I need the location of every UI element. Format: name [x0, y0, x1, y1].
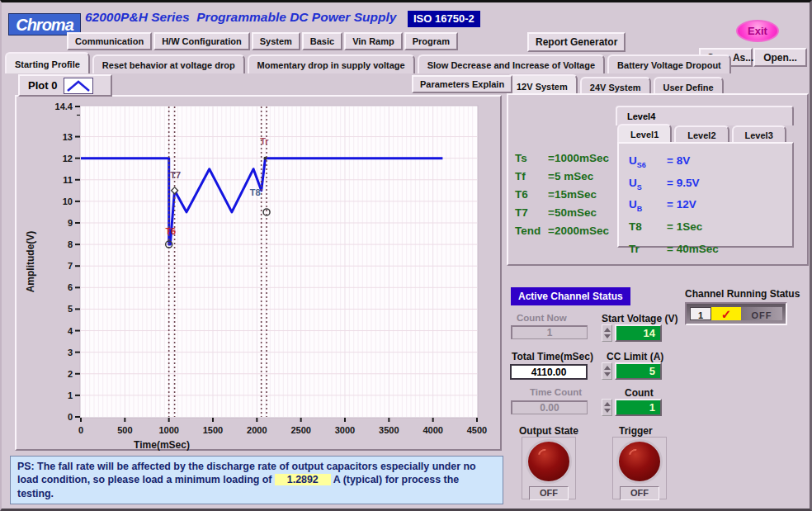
trigger-value: OFF [620, 486, 659, 500]
waveform-chart: 01234567891011121314.4050010001500200025… [15, 95, 502, 451]
svg-text:11: 11 [63, 175, 73, 185]
cc-limit-control: 5 [602, 362, 662, 380]
menu-bar: Communication H/W Configuration System B… [67, 32, 458, 50]
level-value-ub: UB= 12V [629, 196, 792, 218]
level-values-box: US6= 8V US= 9.5V UB= 12V T8= 1Sec Tr= 40… [617, 142, 794, 248]
trigger-knob[interactable] [616, 439, 663, 484]
plot-legend-icon[interactable] [64, 78, 93, 94]
svg-text:0: 0 [78, 425, 83, 435]
svg-text:12: 12 [63, 154, 73, 163]
menu-program-button[interactable]: Program [404, 32, 458, 50]
level-value-tr: Tr= 40mSec [629, 240, 792, 263]
trigger-panel: OFF [612, 437, 667, 499]
ps-note: PS: The fall rate will be affected by th… [10, 456, 503, 504]
cc-limit-stepper[interactable] [602, 362, 612, 380]
time-count-field: 0.00 [511, 400, 588, 414]
open-button[interactable]: Open... [753, 48, 807, 67]
svg-text:5: 5 [68, 304, 73, 314]
test-profile-tabs: Starting Profile Reset behavior at volta… [5, 52, 731, 73]
exit-button[interactable]: Exit [736, 20, 779, 42]
count-now-field: 1 [511, 325, 588, 339]
count-field[interactable]: 1 [615, 399, 662, 416]
start-voltage-control: 14 [602, 324, 662, 342]
running-state-value: OFF [741, 307, 782, 320]
level-value-t8: T8= 1Sec [629, 218, 792, 240]
svg-text:10: 10 [63, 196, 73, 206]
count-label: Count [625, 387, 654, 399]
svg-text:2500: 2500 [290, 425, 310, 435]
svg-text:4: 4 [68, 326, 73, 336]
count-control: 1 [602, 399, 662, 416]
svg-text:1: 1 [68, 390, 73, 400]
svg-text:T6: T6 [165, 226, 176, 236]
svg-text:4000: 4000 [423, 425, 442, 435]
svg-text:0: 0 [68, 412, 73, 422]
channel-number: 1 [690, 307, 711, 320]
timing-tf: Tf=5 mSec [515, 168, 609, 186]
output-state-value: OFF [529, 486, 569, 500]
tab-level4[interactable]: Level4 [616, 106, 794, 125]
level-value-us: US= 9.5V [629, 174, 792, 196]
count-now-label: Count Now [517, 313, 567, 323]
count-stepper[interactable] [602, 399, 612, 416]
start-voltage-field[interactable]: 14 [615, 324, 662, 342]
report-generator-button[interactable]: Report Generator [527, 32, 626, 52]
plot-selector[interactable]: Plot 0 [18, 74, 112, 97]
channel-running-status-control[interactable]: 1 ✓ OFF [685, 302, 787, 325]
level-tabs: Level1 Level2 Level3 [617, 124, 786, 143]
total-time-field[interactable]: 4110.00 [510, 364, 588, 380]
tab-battery-voltage-dropout[interactable]: Battery Voltage Dropout [607, 54, 731, 73]
tab-level1[interactable]: Level1 [617, 124, 672, 143]
svg-text:T7: T7 [170, 170, 181, 180]
menu-hw-configuration-button[interactable]: H/W Configuration [153, 32, 250, 50]
trigger-label: Trigger [619, 425, 653, 437]
iso-standard-badge: ISO 16750-2 [408, 11, 480, 27]
svg-text:1500: 1500 [203, 425, 223, 435]
svg-text:9: 9 [68, 218, 73, 228]
svg-text:14.4: 14.4 [55, 102, 73, 111]
svg-text:Time(mSec): Time(mSec) [134, 439, 190, 451]
svg-text:2000: 2000 [247, 425, 267, 435]
tab-level2[interactable]: Level2 [674, 125, 729, 143]
menu-basic-button[interactable]: Basic [302, 32, 342, 50]
tab-momentary-drop[interactable]: Momentary drop in supply voltage [248, 54, 415, 73]
level-value-us6: US6= 8V [629, 152, 792, 174]
output-state-knob[interactable] [526, 439, 572, 484]
parameters-explain-button[interactable]: Parameters Explain [412, 75, 512, 93]
timing-t7: T7=50mSec [515, 204, 609, 222]
menu-system-button[interactable]: System [252, 32, 300, 50]
svg-text:T8: T8 [250, 187, 261, 197]
check-icon[interactable]: ✓ [711, 307, 741, 320]
svg-text:500: 500 [117, 425, 132, 435]
start-voltage-label: Start Voltage (V) [602, 313, 677, 324]
svg-text:6: 6 [68, 282, 73, 292]
app-window: Chroma 62000P&H Series Programmable DC P… [0, 0, 812, 511]
time-count-label: Time Count [530, 387, 582, 397]
svg-text:2: 2 [68, 369, 73, 379]
start-voltage-stepper[interactable] [602, 324, 612, 342]
menu-vin-ramp-button[interactable]: Vin Ramp [344, 32, 403, 50]
output-state-panel: OFF [522, 437, 576, 499]
app-title: 62000P&H Series Programmable DC Power Su… [85, 10, 396, 25]
timing-ts: Ts=1000mSec [515, 149, 609, 168]
menu-communication-button[interactable]: Communication [67, 32, 152, 50]
total-time-label: Total Time(mSec) [512, 351, 593, 362]
svg-text:Tr: Tr [260, 136, 269, 146]
timing-parameters: Ts=1000mSec Tf=5 mSec T6=15mSec T7=50mSe… [515, 149, 609, 240]
tab-level3[interactable]: Level3 [732, 125, 786, 143]
svg-text:3500: 3500 [379, 425, 399, 435]
output-state-label: Output State [519, 425, 578, 437]
svg-text:1000: 1000 [158, 425, 178, 435]
tab-reset-behavior[interactable]: Reset behavior at voltage drop [92, 54, 245, 73]
svg-text:Amplitude(V): Amplitude(V) [25, 231, 36, 293]
min-loading-value: 1.2892 [275, 474, 331, 485]
tab-starting-profile[interactable]: Starting Profile [5, 52, 90, 73]
svg-text:7: 7 [68, 261, 73, 271]
timing-tend: Tend=2000mSec [515, 222, 609, 240]
system-parameter-panel: Level4 Level1 Level2 Level3 US6= 8V US= … [507, 93, 809, 266]
chart-canvas: 01234567891011121314.4050010001500200025… [17, 97, 500, 452]
plot-label: Plot 0 [28, 79, 57, 92]
tab-slow-decrease-increase[interactable]: Slow Decrease and Increase of Voltage [418, 54, 605, 73]
svg-text:4500: 4500 [467, 425, 487, 435]
cc-limit-field[interactable]: 5 [615, 362, 662, 380]
